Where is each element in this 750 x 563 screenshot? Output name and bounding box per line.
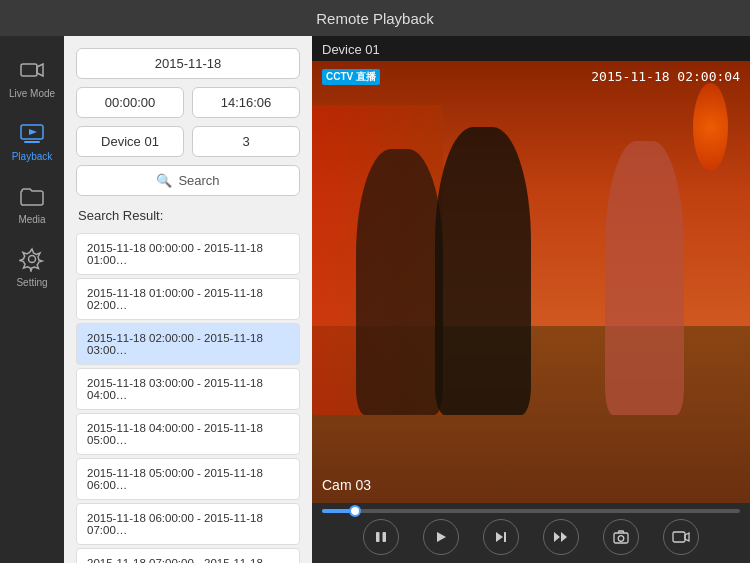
left-panel: 🔍 Search Search Result: 2015-11-18 00:00…	[64, 36, 312, 563]
device-channel-row	[76, 126, 300, 157]
record-button[interactable]	[663, 519, 699, 555]
search-result-label: Search Result:	[76, 204, 300, 225]
svg-marker-1	[37, 64, 43, 76]
camera-icon	[18, 56, 46, 84]
folder-icon	[18, 182, 46, 210]
svg-rect-7	[383, 532, 387, 542]
sidebar-item-playback[interactable]: Playback	[0, 109, 64, 172]
svg-marker-11	[554, 532, 560, 542]
play-button[interactable]	[423, 519, 459, 555]
svg-marker-12	[561, 532, 567, 542]
svg-marker-3	[29, 129, 37, 135]
video-watermark: CCTV 直播	[322, 69, 380, 85]
time-row	[76, 87, 300, 118]
result-item[interactable]: 2015-11-18 00:00:00 - 2015-11-18 01:00…	[76, 233, 300, 275]
svg-point-14	[618, 536, 624, 542]
search-button[interactable]: 🔍 Search	[76, 165, 300, 196]
sidebar-label-live-mode: Live Mode	[9, 88, 55, 99]
device-label: Device 01	[312, 36, 750, 61]
svg-marker-16	[685, 533, 689, 541]
top-bar: Remote Playback	[0, 0, 750, 36]
start-time-input[interactable]	[76, 87, 184, 118]
result-item[interactable]: 2015-11-18 07:00:00 - 2015-11-18 08:00…	[76, 548, 300, 563]
result-item[interactable]: 2015-11-18 04:00:00 - 2015-11-18 05:00…	[76, 413, 300, 455]
next-frame-button[interactable]	[483, 519, 519, 555]
sidebar-label-setting: Setting	[16, 277, 47, 288]
sidebar: Live Mode Playback Media	[0, 36, 64, 563]
svg-rect-0	[21, 64, 37, 76]
sidebar-label-playback: Playback	[12, 151, 53, 162]
right-panel: Device 01 2015-11-18 02:00:04 CCTV 直播	[312, 36, 750, 563]
cctv-logo: CCTV 直播	[322, 69, 380, 85]
pause-button[interactable]	[363, 519, 399, 555]
svg-marker-8	[437, 532, 446, 542]
cam-label: Cam 03	[322, 477, 371, 493]
svg-rect-15	[673, 532, 685, 542]
video-scene	[312, 61, 750, 503]
app-title: Remote Playback	[316, 10, 434, 27]
search-icon: 🔍	[156, 173, 172, 188]
device-input[interactable]	[76, 126, 184, 157]
svg-rect-4	[24, 141, 40, 143]
result-item[interactable]: 2015-11-18 05:00:00 - 2015-11-18 06:00…	[76, 458, 300, 500]
result-item[interactable]: 2015-11-18 06:00:00 - 2015-11-18 07:00…	[76, 503, 300, 545]
svg-rect-10	[504, 532, 506, 542]
snapshot-button[interactable]	[603, 519, 639, 555]
sidebar-item-media[interactable]: Media	[0, 172, 64, 235]
controls-buttons	[322, 519, 740, 555]
svg-rect-6	[376, 532, 380, 542]
controls-bar	[312, 503, 750, 563]
gear-icon	[18, 245, 46, 273]
svg-point-5	[29, 256, 36, 263]
channel-input[interactable]	[192, 126, 300, 157]
result-item[interactable]: 2015-11-18 01:00:00 - 2015-11-18 02:00…	[76, 278, 300, 320]
sidebar-item-setting[interactable]: Setting	[0, 235, 64, 298]
progress-thumb[interactable]	[349, 505, 361, 517]
sidebar-item-live-mode[interactable]: Live Mode	[0, 46, 64, 109]
progress-bar[interactable]	[322, 509, 740, 513]
video-container: 2015-11-18 02:00:04 CCTV 直播 Cam 03	[312, 61, 750, 503]
result-item[interactable]: 2015-11-18 03:00:00 - 2015-11-18 04:00…	[76, 368, 300, 410]
date-input[interactable]	[76, 48, 300, 79]
video-timestamp: 2015-11-18 02:00:04	[591, 69, 740, 84]
result-list: 2015-11-18 00:00:00 - 2015-11-18 01:00…2…	[76, 233, 300, 563]
main-content: Live Mode Playback Media	[0, 36, 750, 563]
svg-marker-9	[496, 532, 503, 542]
search-label: Search	[178, 173, 219, 188]
sidebar-label-media: Media	[18, 214, 45, 225]
playback-icon	[18, 119, 46, 147]
end-time-input[interactable]	[192, 87, 300, 118]
fast-forward-button[interactable]	[543, 519, 579, 555]
result-item[interactable]: 2015-11-18 02:00:00 - 2015-11-18 03:00…	[76, 323, 300, 365]
